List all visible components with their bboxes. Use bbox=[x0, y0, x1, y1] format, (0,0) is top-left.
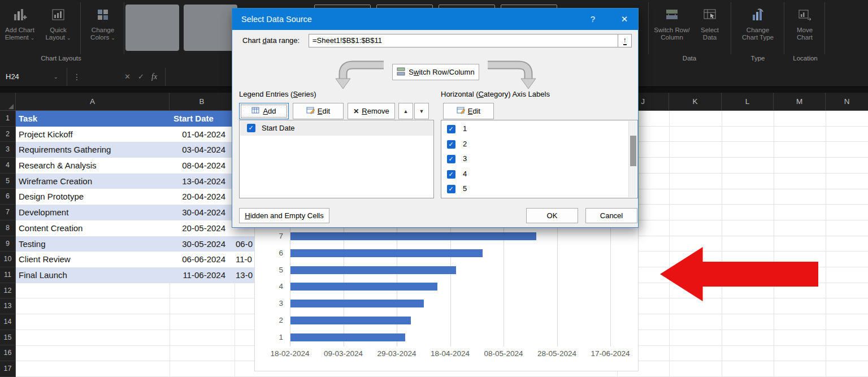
row-number[interactable]: 6 bbox=[0, 189, 15, 205]
cell-end-date-partial[interactable]: 11-0 bbox=[235, 252, 254, 267]
cancel-button[interactable]: Cancel bbox=[585, 208, 637, 223]
dialog-close-button[interactable]: ✕ bbox=[610, 8, 639, 30]
cell-start-date[interactable]: 08-04-2024 bbox=[170, 158, 235, 174]
row-number[interactable]: 8 bbox=[0, 220, 15, 236]
column-header-l[interactable]: L bbox=[722, 93, 774, 111]
row-number[interactable]: 10 bbox=[0, 252, 15, 267]
axis-list-item[interactable]: 5 bbox=[441, 181, 628, 197]
dialog-help-button[interactable]: ? bbox=[581, 8, 604, 30]
bar-series-start-date[interactable] bbox=[290, 317, 411, 324]
column-header-k[interactable]: K bbox=[669, 93, 722, 111]
checkbox-checked-icon[interactable] bbox=[447, 155, 455, 163]
insert-function-icon[interactable]: fx bbox=[151, 67, 157, 87]
cell-start-date[interactable]: 03-04-2024 bbox=[170, 142, 235, 158]
axis-labels-list[interactable]: 1 2 3 4 5 bbox=[441, 120, 638, 198]
change-chart-type-button[interactable]: ChangeChart Type bbox=[735, 3, 781, 54]
checkbox-checked-icon[interactable] bbox=[447, 125, 455, 133]
quick-layout-button[interactable]: QuickLayout⌄ bbox=[40, 3, 77, 54]
column-header-a[interactable]: A bbox=[16, 93, 170, 111]
column-header-b[interactable]: B bbox=[170, 93, 235, 111]
axis-list-item[interactable]: 1 bbox=[441, 122, 628, 137]
series-list-item[interactable]: Start Date bbox=[240, 121, 433, 136]
edit-axis-labels-button[interactable]: Edit bbox=[443, 103, 494, 119]
row-number[interactable]: 11 bbox=[0, 267, 15, 283]
row-number[interactable]: 9 bbox=[0, 236, 15, 252]
cell-task[interactable]: Testing bbox=[16, 236, 170, 252]
switch-row-column-button[interactable]: Switch Row/Column bbox=[392, 64, 479, 80]
column-header-m[interactable]: M bbox=[774, 93, 826, 111]
hidden-and-empty-cells-button[interactable]: Hidden and Empty Cells bbox=[239, 208, 329, 223]
series-list[interactable]: Start Date bbox=[239, 120, 434, 198]
row-number[interactable]: 14 bbox=[0, 314, 15, 330]
row-number[interactable]: 2 bbox=[0, 127, 15, 142]
row-number[interactable]: 15 bbox=[0, 330, 15, 346]
bar-series-start-date[interactable] bbox=[290, 232, 536, 240]
row-number[interactable]: 17 bbox=[0, 361, 15, 377]
chart-style-thumbnail[interactable] bbox=[184, 5, 237, 51]
row-number[interactable]: 5 bbox=[0, 174, 15, 189]
cell-task[interactable]: Project Kickoff bbox=[16, 127, 170, 142]
checkbox-checked-icon[interactable] bbox=[447, 185, 455, 193]
cell-end-date-partial[interactable]: 13-0 bbox=[235, 267, 254, 283]
scrollbar-track[interactable] bbox=[628, 121, 637, 197]
row-number[interactable]: 1 bbox=[0, 111, 15, 127]
cell-task[interactable]: Wireframe Creation bbox=[16, 174, 170, 189]
header-cell-start-date[interactable]: Start Date bbox=[170, 111, 235, 127]
cancel-entry-icon[interactable]: ✕ bbox=[124, 67, 131, 87]
checkbox-checked-icon[interactable] bbox=[447, 140, 455, 149]
cell-task[interactable]: Final Launch bbox=[16, 267, 170, 283]
cell-start-date[interactable]: 30-04-2024 bbox=[170, 205, 235, 220]
cell-start-date[interactable]: 20-05-2024 bbox=[170, 220, 235, 236]
change-colors-button[interactable]: ChangeColors⌄ bbox=[84, 3, 122, 54]
header-cell-task[interactable]: Task bbox=[16, 111, 170, 127]
axis-list-item[interactable]: 3 bbox=[441, 151, 628, 167]
cell-start-date[interactable]: 01-04-2024 bbox=[170, 127, 235, 142]
edit-series-button[interactable]: Edit bbox=[293, 103, 344, 119]
bar-series-start-date[interactable] bbox=[290, 333, 405, 341]
bar-series-start-date[interactable] bbox=[290, 283, 437, 291]
row-number[interactable]: 16 bbox=[0, 345, 15, 361]
axis-list-item[interactable]: 2 bbox=[441, 137, 628, 152]
cell-task[interactable]: Content Creation bbox=[16, 220, 170, 236]
row-number[interactable]: 3 bbox=[0, 142, 15, 158]
checkbox-checked-icon[interactable] bbox=[447, 170, 455, 179]
cell-end-date-partial[interactable]: 06-0 bbox=[235, 236, 254, 252]
bar-series-start-date[interactable] bbox=[290, 249, 483, 257]
row-number[interactable]: 12 bbox=[0, 283, 15, 299]
column-header-n[interactable]: N bbox=[826, 93, 868, 111]
cell-task[interactable]: Development bbox=[16, 205, 170, 220]
bar-series-start-date[interactable] bbox=[290, 266, 456, 274]
move-series-down-button[interactable]: ▼ bbox=[414, 103, 429, 119]
add-chart-element-button[interactable]: Add ChartElement⌄ bbox=[1, 3, 38, 54]
chart-style-thumbnail[interactable] bbox=[125, 5, 179, 51]
enter-entry-icon[interactable]: ✓ bbox=[138, 67, 144, 87]
axis-list-item[interactable]: 4 bbox=[441, 167, 628, 182]
add-series-button[interactable]: Add bbox=[239, 103, 289, 119]
remove-series-button[interactable]: ✕ Remove bbox=[348, 103, 395, 119]
move-series-up-button[interactable]: ▲ bbox=[398, 103, 413, 119]
move-chart-button[interactable]: MoveChart bbox=[787, 3, 823, 54]
cell-task[interactable]: Client Review bbox=[16, 252, 170, 267]
cell-task[interactable]: Research & Analysis bbox=[16, 158, 170, 174]
checkbox-checked-icon[interactable] bbox=[247, 124, 255, 132]
dialog-title-bar[interactable]: Select Data Source bbox=[232, 8, 638, 30]
row-number[interactable]: 13 bbox=[0, 298, 15, 314]
cell-start-date[interactable]: 20-04-2024 bbox=[170, 189, 235, 205]
row-number[interactable]: 7 bbox=[0, 205, 15, 220]
chart-data-range-input[interactable]: =Sheet1!$B$1:$B$11 ↑ bbox=[309, 34, 632, 47]
select-all-corner[interactable] bbox=[0, 93, 16, 111]
more-options-icon[interactable]: ⋮ bbox=[73, 67, 81, 87]
name-box-dropdown-icon[interactable]: ⌄ bbox=[54, 67, 58, 87]
cell-task[interactable]: Requirements Gathering bbox=[16, 142, 170, 158]
scrollbar-thumb[interactable] bbox=[630, 136, 636, 166]
cell-start-date[interactable]: 30-05-2024 bbox=[170, 236, 235, 252]
cell-start-date[interactable]: 13-04-2024 bbox=[170, 174, 235, 189]
cell-start-date[interactable]: 06-06-2024 bbox=[170, 252, 235, 267]
collapse-dialog-button[interactable]: ↑ bbox=[618, 34, 631, 47]
switch-row-column-ribbon-button[interactable]: Switch Row/Column bbox=[652, 3, 692, 54]
row-number[interactable]: 4 bbox=[0, 158, 15, 174]
ok-button[interactable]: OK bbox=[526, 208, 578, 223]
select-data-ribbon-button[interactable]: SelectData bbox=[693, 3, 727, 54]
bar-series-start-date[interactable] bbox=[290, 300, 424, 307]
cell-start-date[interactable]: 11-06-2024 bbox=[170, 267, 235, 283]
